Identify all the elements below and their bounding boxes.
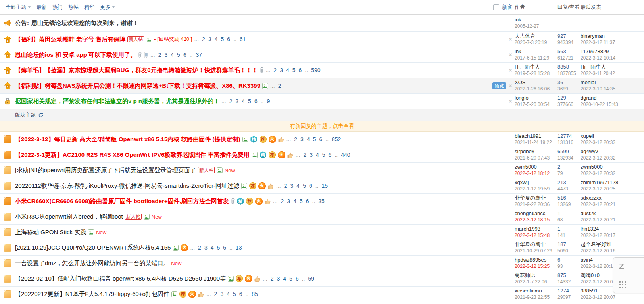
page-link[interactable]: 5 [303, 183, 306, 189]
page-link[interactable]: 3 [235, 98, 238, 104]
thread-title[interactable]: 上海移动 GPON Stick 实践 [15, 229, 86, 236]
page-link[interactable]: 3 [208, 36, 211, 42]
reply-count[interactable]: 875 [557, 272, 581, 279]
last-post-date[interactable]: 2022-3-12 20:07 [581, 294, 644, 300]
grid-menu-button[interactable] [613, 275, 644, 293]
page-link[interactable]: 5 [177, 52, 180, 58]
page-link[interactable]: 35 [318, 198, 325, 204]
page-link[interactable]: 4 [215, 36, 218, 42]
author-link[interactable]: xqxwjj [515, 179, 557, 186]
page-link[interactable]: 4 [286, 67, 289, 73]
page-link[interactable]: 3 [287, 198, 290, 204]
thread-title[interactable]: 【福利贴】树莓盘NAS系统开启公测！不限速内网穿透+Bt下载！支持树莓派、X86… [15, 82, 260, 90]
nav-newest[interactable]: 最新 [37, 4, 47, 11]
page-link[interactable]: 5 [217, 244, 220, 251]
page-link[interactable]: 2 [278, 83, 281, 89]
reply-count[interactable]: 1 [557, 226, 581, 232]
page-link[interactable]: 3 [220, 291, 223, 297]
last-post-date[interactable]: 2022-3-11 20:42 [581, 70, 644, 77]
page-link[interactable]: 590 [311, 67, 320, 73]
author-link[interactable]: 大吉体育 [515, 33, 557, 39]
reply-count[interactable]: 187 [557, 241, 581, 248]
author-link[interactable]: zwm5000 [515, 164, 557, 170]
nav-hot-posts[interactable]: 热帖 [68, 4, 79, 11]
page-link[interactable]: 6 [254, 98, 258, 104]
page-link[interactable]: 59 [308, 275, 315, 282]
page-link[interactable]: 5 [289, 275, 292, 282]
last-poster-link[interactable]: dust2k [581, 210, 644, 217]
reply-count[interactable]: 6599 [557, 148, 581, 155]
page-link[interactable]: 9 [267, 98, 270, 104]
last-poster-link[interactable]: 起个名字好难 [581, 241, 644, 248]
close-icon[interactable]: × [509, 98, 512, 104]
last-poster-link[interactable]: 1179978829 [581, 48, 644, 55]
thread-title[interactable]: 一台设置了dmz，怎么开放让外网能访问另一台的某端口。 [15, 260, 169, 267]
page-link[interactable]: 5 [221, 36, 224, 42]
new-window-label[interactable]: 新窗 [502, 4, 512, 11]
page-link[interactable]: 5 [313, 136, 316, 142]
page-link[interactable]: 85 [252, 291, 258, 297]
last-post-date[interactable]: 2022-3-12 10:14 [581, 55, 644, 61]
reply-count[interactable]: 129 [557, 95, 581, 101]
reply-count[interactable]: 12774 [557, 133, 581, 139]
page-link[interactable]: 3 [204, 244, 208, 251]
page-link[interactable]: 852 [332, 136, 341, 142]
last-poster-link[interactable]: bg4wyv [581, 148, 644, 155]
reply-count[interactable]: 563 [557, 48, 581, 55]
nav-digest[interactable]: 精华 [84, 4, 94, 11]
thread-title[interactable]: 【福利】莆田运动潮鞋 老字号 售后有保障 [15, 36, 125, 43]
last-post-date[interactable]: 2022-3-12 20:32 [581, 170, 644, 177]
author-link[interactable]: ink [515, 17, 557, 23]
last-post-date[interactable]: 2022-3-12 20:25 [581, 186, 644, 192]
reply-count[interactable]: 6 [557, 257, 581, 263]
last-poster-link[interactable]: xupeil [581, 133, 644, 139]
author-link[interactable]: XOS [515, 79, 557, 86]
last-poster-link[interactable]: binaryman [581, 33, 644, 39]
reply-count[interactable]: 1 [557, 210, 581, 217]
page-link[interactable]: 6 [223, 244, 226, 251]
close-icon[interactable]: × [509, 67, 512, 73]
page-link[interactable]: 440 [341, 152, 350, 158]
author-link[interactable]: sirpdboy [515, 148, 557, 155]
last-post-date[interactable]: 2022-3-10 14:35 [581, 86, 644, 92]
author-link[interactable]: chenghuancc [515, 210, 557, 217]
page-link[interactable]: 2 [229, 98, 233, 104]
last-post-date[interactable]: 2022-3-12 20:16 [581, 248, 644, 254]
page-link[interactable]: 2 [198, 244, 201, 251]
thread-title[interactable]: 【2022-02-10】低配入门软路由福音 openwrt x86 5.4内核 … [15, 275, 226, 283]
page-link[interactable]: 3 [290, 183, 294, 189]
thread-title[interactable]: 小米R3G从openwrt刷入breed，解锁boot [15, 213, 123, 221]
close-icon[interactable]: × [509, 83, 512, 89]
filter-all-topics[interactable]: 全部主题 [6, 4, 31, 11]
new-window-checkbox[interactable] [493, 4, 499, 10]
author-link[interactable]: 卝华夏の鹰卝 [515, 241, 557, 248]
thread-title[interactable]: [2021.10.29]JCG Q10Pro/Q20 OPENWRT系统内核5.… [15, 244, 171, 252]
page-link[interactable]: 4 [283, 275, 286, 282]
thread-title[interactable]: 据国家相关规定，严禁发布任何非法建立的v p n服务器，尤其是通往境外的！ [15, 98, 219, 105]
page-link[interactable]: 2 [273, 67, 277, 73]
preview-badge[interactable]: 预览 [492, 82, 506, 89]
page-link[interactable]: 4 [307, 136, 310, 142]
page-link[interactable]: 6 [239, 291, 242, 297]
last-poster-link[interactable]: dgrand [581, 95, 644, 101]
page-link[interactable]: 6 [183, 52, 186, 58]
reply-count[interactable]: 36 [557, 79, 581, 86]
nav-hot[interactable]: 热门 [52, 4, 63, 11]
page-link[interactable]: 5 [292, 67, 296, 73]
author-link[interactable]: bleach1991 [515, 133, 557, 139]
last-poster-link[interactable]: lhn1324 [581, 226, 644, 232]
nav-more[interactable]: 更多 [100, 4, 115, 11]
page-link[interactable]: 13 [236, 244, 242, 251]
page-link[interactable]: 3 [310, 152, 313, 158]
quick-nav-button[interactable]: Z [613, 258, 644, 275]
last-post-date[interactable]: 2022-3-12 20:17 [581, 232, 644, 239]
last-poster-link[interactable]: zhlmm19971128 [581, 179, 644, 186]
author-link[interactable]: longlo [515, 95, 557, 101]
thread-title[interactable]: 【20220212更新】N1基于F大5.4.179-flippy-69+o打包固… [15, 291, 169, 298]
last-poster-link[interactable]: menial [581, 79, 644, 86]
last-post-date[interactable]: 2022-3-12 11:37 [581, 39, 644, 46]
last-poster-link[interactable]: sdxxzzxx [581, 195, 644, 201]
page-link[interactable]: 4 [227, 291, 230, 297]
reply-count[interactable]: 1274 [557, 288, 581, 294]
close-icon[interactable]: × [509, 52, 512, 58]
